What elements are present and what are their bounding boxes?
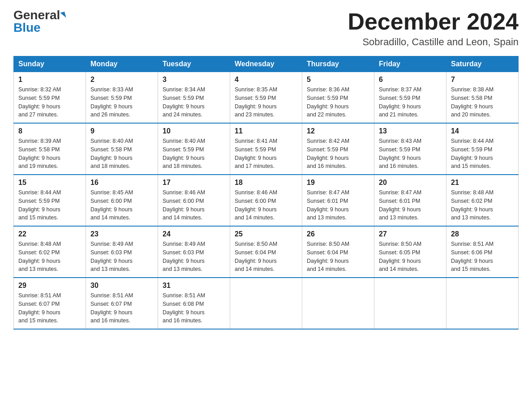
day-number: 3 xyxy=(163,76,225,84)
day-info: Sunrise: 8:50 AMSunset: 6:04 PMDaylight:… xyxy=(307,240,369,274)
day-info: Sunrise: 8:34 AMSunset: 5:59 PMDaylight:… xyxy=(163,86,225,119)
day-info: Sunrise: 8:44 AMSunset: 5:59 PMDaylight:… xyxy=(451,137,514,171)
day-info: Sunrise: 8:48 AMSunset: 6:02 PMDaylight:… xyxy=(451,188,514,222)
day-info: Sunrise: 8:40 AMSunset: 5:59 PMDaylight:… xyxy=(163,137,225,171)
page-header: General Blue December 2024 Sobradillo, C… xyxy=(13,9,519,48)
day-info: Sunrise: 8:40 AMSunset: 5:58 PMDaylight:… xyxy=(90,137,153,171)
day-cell: 12Sunrise: 8:42 AMSunset: 5:59 PMDayligh… xyxy=(302,123,374,175)
day-number: 2 xyxy=(90,76,153,84)
day-cell: 18Sunrise: 8:46 AMSunset: 6:00 PMDayligh… xyxy=(230,175,302,226)
day-info: Sunrise: 8:47 AMSunset: 6:01 PMDaylight:… xyxy=(307,188,369,222)
header-cell-tuesday: Tuesday xyxy=(158,56,230,72)
day-number: 15 xyxy=(18,179,81,187)
month-title: December 2024 xyxy=(348,9,519,34)
day-cell: 10Sunrise: 8:40 AMSunset: 5:59 PMDayligh… xyxy=(158,123,230,175)
day-info: Sunrise: 8:47 AMSunset: 6:01 PMDaylight:… xyxy=(379,188,442,222)
day-cell xyxy=(302,278,374,329)
header-cell-thursday: Thursday xyxy=(302,56,374,72)
day-cell xyxy=(374,278,446,329)
day-cell xyxy=(230,278,302,329)
day-number: 31 xyxy=(163,282,225,290)
day-info: Sunrise: 8:41 AMSunset: 5:59 PMDaylight:… xyxy=(235,137,297,171)
day-number: 13 xyxy=(379,127,442,135)
day-number: 27 xyxy=(379,230,442,238)
week-row-1: 1Sunrise: 8:32 AMSunset: 5:59 PMDaylight… xyxy=(14,72,519,124)
day-cell: 22Sunrise: 8:48 AMSunset: 6:02 PMDayligh… xyxy=(14,226,86,278)
day-number: 10 xyxy=(163,127,225,135)
week-row-3: 15Sunrise: 8:44 AMSunset: 5:59 PMDayligh… xyxy=(14,175,519,226)
day-info: Sunrise: 8:46 AMSunset: 6:00 PMDaylight:… xyxy=(235,188,297,222)
day-cell: 25Sunrise: 8:50 AMSunset: 6:04 PMDayligh… xyxy=(230,226,302,278)
header-cell-sunday: Sunday xyxy=(14,56,86,72)
day-cell xyxy=(446,278,519,329)
calendar-body: 1Sunrise: 8:32 AMSunset: 5:59 PMDaylight… xyxy=(14,72,519,330)
logo-triangle-icon xyxy=(60,12,66,19)
day-cell: 21Sunrise: 8:48 AMSunset: 6:02 PMDayligh… xyxy=(446,175,519,226)
day-info: Sunrise: 8:42 AMSunset: 5:59 PMDaylight:… xyxy=(307,137,369,171)
day-cell: 15Sunrise: 8:44 AMSunset: 5:59 PMDayligh… xyxy=(14,175,86,226)
day-number: 5 xyxy=(307,76,369,84)
week-row-4: 22Sunrise: 8:48 AMSunset: 6:02 PMDayligh… xyxy=(14,226,519,278)
day-info: Sunrise: 8:44 AMSunset: 5:59 PMDaylight:… xyxy=(18,188,81,222)
day-info: Sunrise: 8:51 AMSunset: 6:08 PMDaylight:… xyxy=(163,291,225,325)
day-info: Sunrise: 8:51 AMSunset: 6:06 PMDaylight:… xyxy=(451,240,514,274)
day-number: 4 xyxy=(235,76,297,84)
day-number: 17 xyxy=(163,179,225,187)
day-cell: 9Sunrise: 8:40 AMSunset: 5:58 PMDaylight… xyxy=(86,123,158,175)
day-info: Sunrise: 8:51 AMSunset: 6:07 PMDaylight:… xyxy=(18,291,81,325)
location-subtitle: Sobradillo, Castille and Leon, Spain xyxy=(348,36,519,48)
day-cell: 24Sunrise: 8:49 AMSunset: 6:03 PMDayligh… xyxy=(158,226,230,278)
logo-blue-text: Blue xyxy=(13,21,41,34)
day-info: Sunrise: 8:49 AMSunset: 6:03 PMDaylight:… xyxy=(90,240,153,274)
day-cell: 30Sunrise: 8:51 AMSunset: 6:07 PMDayligh… xyxy=(86,278,158,329)
logo-general-text: General xyxy=(13,9,60,21)
day-number: 19 xyxy=(307,179,369,187)
logo: General Blue xyxy=(13,9,65,34)
day-number: 20 xyxy=(379,179,442,187)
day-number: 21 xyxy=(451,179,514,187)
header-cell-monday: Monday xyxy=(86,56,158,72)
week-row-2: 8Sunrise: 8:39 AMSunset: 5:58 PMDaylight… xyxy=(14,123,519,175)
day-number: 29 xyxy=(18,282,81,290)
day-cell: 2Sunrise: 8:33 AMSunset: 5:59 PMDaylight… xyxy=(86,72,158,124)
day-number: 30 xyxy=(90,282,153,290)
day-number: 9 xyxy=(90,127,153,135)
day-cell: 16Sunrise: 8:45 AMSunset: 6:00 PMDayligh… xyxy=(86,175,158,226)
day-info: Sunrise: 8:39 AMSunset: 5:58 PMDaylight:… xyxy=(18,137,81,171)
day-cell: 5Sunrise: 8:36 AMSunset: 5:59 PMDaylight… xyxy=(302,72,374,124)
day-cell: 8Sunrise: 8:39 AMSunset: 5:58 PMDaylight… xyxy=(14,123,86,175)
day-cell: 19Sunrise: 8:47 AMSunset: 6:01 PMDayligh… xyxy=(302,175,374,226)
day-info: Sunrise: 8:46 AMSunset: 6:00 PMDaylight:… xyxy=(163,188,225,222)
day-number: 22 xyxy=(18,230,81,238)
day-number: 26 xyxy=(307,230,369,238)
day-number: 7 xyxy=(451,76,514,84)
day-info: Sunrise: 8:49 AMSunset: 6:03 PMDaylight:… xyxy=(163,240,225,274)
day-number: 24 xyxy=(163,230,225,238)
header-row: SundayMondayTuesdayWednesdayThursdayFrid… xyxy=(14,56,519,72)
day-info: Sunrise: 8:45 AMSunset: 6:00 PMDaylight:… xyxy=(90,188,153,222)
day-number: 28 xyxy=(451,230,514,238)
day-cell: 28Sunrise: 8:51 AMSunset: 6:06 PMDayligh… xyxy=(446,226,519,278)
day-info: Sunrise: 8:37 AMSunset: 5:59 PMDaylight:… xyxy=(379,86,442,119)
day-cell: 31Sunrise: 8:51 AMSunset: 6:08 PMDayligh… xyxy=(158,278,230,329)
day-cell: 4Sunrise: 8:35 AMSunset: 5:59 PMDaylight… xyxy=(230,72,302,124)
calendar-table: SundayMondayTuesdayWednesdayThursdayFrid… xyxy=(13,56,519,330)
day-cell: 27Sunrise: 8:50 AMSunset: 6:05 PMDayligh… xyxy=(374,226,446,278)
day-info: Sunrise: 8:36 AMSunset: 5:59 PMDaylight:… xyxy=(307,86,369,119)
day-cell: 13Sunrise: 8:43 AMSunset: 5:59 PMDayligh… xyxy=(374,123,446,175)
day-cell: 29Sunrise: 8:51 AMSunset: 6:07 PMDayligh… xyxy=(14,278,86,329)
day-info: Sunrise: 8:43 AMSunset: 5:59 PMDaylight:… xyxy=(379,137,442,171)
header-cell-friday: Friday xyxy=(374,56,446,72)
day-number: 18 xyxy=(235,179,297,187)
day-cell: 23Sunrise: 8:49 AMSunset: 6:03 PMDayligh… xyxy=(86,226,158,278)
day-info: Sunrise: 8:50 AMSunset: 6:05 PMDaylight:… xyxy=(379,240,442,274)
day-number: 16 xyxy=(90,179,153,187)
day-number: 23 xyxy=(90,230,153,238)
day-cell: 14Sunrise: 8:44 AMSunset: 5:59 PMDayligh… xyxy=(446,123,519,175)
day-number: 1 xyxy=(18,76,81,84)
day-cell: 6Sunrise: 8:37 AMSunset: 5:59 PMDaylight… xyxy=(374,72,446,124)
week-row-5: 29Sunrise: 8:51 AMSunset: 6:07 PMDayligh… xyxy=(14,278,519,329)
day-info: Sunrise: 8:51 AMSunset: 6:07 PMDaylight:… xyxy=(90,291,153,325)
day-cell: 17Sunrise: 8:46 AMSunset: 6:00 PMDayligh… xyxy=(158,175,230,226)
day-number: 12 xyxy=(307,127,369,135)
